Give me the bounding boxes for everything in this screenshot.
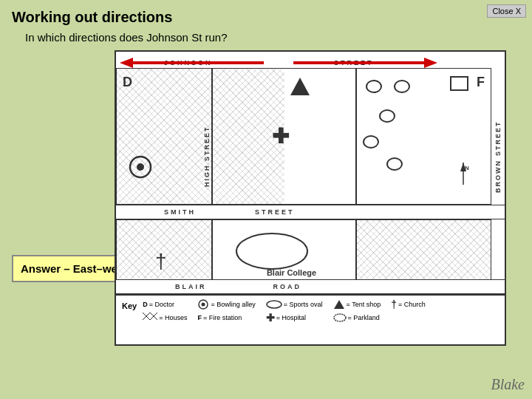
key-houses-icon	[143, 313, 157, 323]
brown-street-label: BROWN STREET	[494, 90, 502, 223]
svg-point-12	[202, 303, 205, 307]
road-label: ROAD	[273, 283, 302, 290]
key-item-fire: F = Fire station	[197, 312, 255, 324]
f-square	[450, 76, 468, 91]
north-arrow: N	[454, 161, 472, 191]
key-bowling-icon	[197, 299, 209, 310]
blair-college-label: Blair College	[231, 268, 352, 277]
map-inner: JOHNSON STREET HIGH STREET BROWN STREET	[116, 52, 505, 344]
key-parkland-text: = Parkland	[348, 314, 380, 321]
svg-point-13	[267, 301, 282, 308]
svg-marker-3	[424, 58, 437, 68]
top-left-block: D	[116, 68, 212, 205]
key-item-parkland: = Parkland	[333, 312, 381, 324]
key-item-bowling: = Bowling alley	[197, 299, 255, 310]
key-hospital-icon: ✚	[266, 312, 275, 324]
key-tent-icon	[333, 299, 345, 310]
parkland-2	[394, 80, 410, 93]
key-oval-text: = Sports oval	[284, 301, 323, 308]
top-right-block: F N	[356, 68, 491, 205]
key-d-symbol: D	[143, 301, 148, 308]
key-hospital-text: = Hospital	[276, 314, 306, 321]
f-label: F	[477, 75, 485, 90]
key-grid: D = Doctor = Bowling alley = Sports oval	[143, 299, 426, 324]
map-grid: HIGH STREET BROWN STREET D	[116, 68, 505, 293]
tent-triangle	[289, 76, 311, 101]
church-symbol-map: †	[155, 250, 167, 273]
key-section: Key D = Doctor = Bowling alley = Sports …	[116, 294, 505, 344]
svg-point-5	[137, 163, 144, 171]
key-item-oval: = Sports oval	[266, 299, 323, 310]
parkland-4	[363, 135, 379, 149]
key-oval-icon	[266, 299, 282, 310]
svg-point-10	[236, 233, 307, 269]
key-houses-text: = Houses	[159, 314, 187, 321]
key-church-text: = Church	[398, 301, 426, 308]
key-item-church: † = Church	[391, 299, 426, 310]
parkland-1	[366, 80, 382, 93]
hospital-symbol: ✚	[272, 124, 289, 149]
map-container: JOHNSON STREET HIGH STREET BROWN STREET	[115, 50, 506, 346]
key-label: Key	[122, 301, 137, 310]
svg-text:N: N	[465, 165, 469, 171]
key-church-icon: †	[391, 299, 397, 310]
d-label: D	[123, 75, 132, 90]
smith-street-label: STREET	[255, 208, 295, 216]
key-d-text: = Doctor	[149, 301, 174, 308]
key-item-hospital: ✚ = Hospital	[266, 312, 323, 324]
close-button[interactable]: Close X	[487, 4, 526, 18]
key-content: Key D = Doctor = Bowling alley = Sports …	[122, 299, 499, 341]
blair-road-row: BLAIR ROAD	[116, 279, 505, 294]
blake-watermark: Blake	[491, 376, 525, 393]
key-item-tent: = Tent shop	[333, 299, 381, 310]
parkland-3	[379, 109, 395, 123]
subtitle: In which directions does Johnson St run?	[25, 31, 228, 44]
blair-label: BLAIR	[175, 283, 207, 290]
top-center-block: ✚	[212, 68, 356, 205]
page-title: Working out directions	[12, 9, 172, 26]
key-bowling-text: = Bowling alley	[211, 301, 255, 308]
svg-marker-0	[120, 58, 133, 68]
key-f-symbol: F	[197, 314, 202, 321]
parkland-5	[386, 157, 403, 171]
svg-marker-6	[290, 78, 310, 95]
key-parkland-icon	[333, 313, 347, 323]
key-fire-text: = Fire station	[203, 314, 242, 321]
bowling-symbol	[129, 155, 152, 182]
smith-street-row: SMITH STREET	[116, 205, 505, 219]
key-tent-text: = Tent shop	[347, 301, 381, 308]
key-item-d: D = Doctor	[143, 299, 187, 310]
svg-marker-14	[334, 300, 344, 309]
svg-point-19	[334, 314, 346, 321]
smith-label: SMITH	[164, 208, 196, 216]
key-item-houses: = Houses	[143, 312, 187, 324]
